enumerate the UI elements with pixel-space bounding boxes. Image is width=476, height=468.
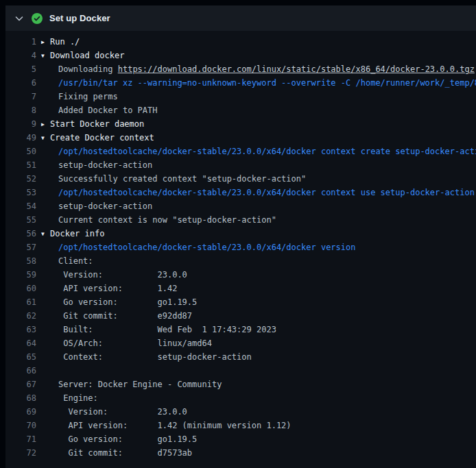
workflow-step-panel: Set up Docker 1 ▶Run ./ 4 ▼Download dock… bbox=[5, 5, 476, 468]
log-text: Added Docker to PATH bbox=[36, 103, 158, 117]
line-number[interactable]: 57 bbox=[5, 241, 36, 254]
log-line: 8 Added Docker to PATH bbox=[5, 103, 476, 117]
line-number[interactable]: 67 bbox=[5, 378, 36, 391]
log-group-header[interactable]: ▶Run ./ bbox=[36, 35, 80, 49]
log-group-header[interactable]: ▼Download docker bbox=[36, 49, 124, 62]
log-line: 69 Version: 23.0.0 bbox=[5, 405, 476, 419]
log-command-text: /opt/hostedtoolcache/docker-stable/23.0.… bbox=[36, 241, 355, 254]
chevron-down-icon[interactable] bbox=[12, 12, 26, 25]
log-text: Built: Wed Feb 1 17:43:29 2023 bbox=[36, 323, 276, 336]
log-line: 1 ▶Run ./ bbox=[5, 35, 476, 49]
log-text: Git commit: e92dd87 bbox=[36, 309, 192, 323]
log-text: Version: 23.0.0 bbox=[36, 405, 187, 419]
line-number[interactable]: 65 bbox=[5, 350, 36, 364]
log-line: 51 setup-docker-action bbox=[5, 158, 476, 172]
download-url-link[interactable]: https://download.docker.com/linux/static… bbox=[118, 64, 475, 74]
line-number[interactable]: 66 bbox=[5, 364, 36, 378]
line-number[interactable]: 7 bbox=[5, 90, 36, 103]
group-title: Download docker bbox=[50, 51, 124, 60]
line-number[interactable]: 6 bbox=[5, 76, 36, 90]
log-line: 61 Go version: go1.19.5 bbox=[5, 295, 476, 309]
line-number[interactable]: 61 bbox=[5, 295, 36, 309]
line-number[interactable]: 51 bbox=[5, 158, 36, 172]
chevron-right-icon: ▶ bbox=[41, 118, 50, 131]
line-number[interactable]: 9 bbox=[5, 117, 36, 131]
line-number[interactable]: 58 bbox=[5, 254, 36, 268]
line-number[interactable]: 63 bbox=[5, 323, 36, 336]
line-number[interactable]: 68 bbox=[5, 391, 36, 405]
log-line: 5 Downloading https://download.docker.co… bbox=[5, 62, 476, 76]
log-command-text: /usr/bin/tar xz --warning=no-unknown-key… bbox=[36, 76, 476, 90]
log-line: 59 Version: 23.0.0 bbox=[5, 268, 476, 282]
log-text: setup-docker-action bbox=[36, 199, 152, 213]
group-title: Run ./ bbox=[50, 37, 80, 47]
line-number[interactable]: 56 bbox=[5, 227, 36, 241]
chevron-right-icon: ▶ bbox=[41, 36, 50, 49]
log-text: OS/Arch: linux/amd64 bbox=[36, 336, 212, 350]
log-line: 66 bbox=[5, 364, 476, 378]
line-number[interactable]: 8 bbox=[5, 103, 36, 117]
log-group-header[interactable]: ▼Docker info bbox=[36, 227, 104, 241]
log-group-header[interactable]: ▼Create Docker context bbox=[36, 131, 154, 145]
log-text: Version: 23.0.0 bbox=[36, 268, 187, 282]
log-line: 67 Server: Docker Engine - Community bbox=[5, 378, 476, 391]
log-line: 71 Go version: go1.19.5 bbox=[5, 432, 476, 446]
chevron-down-icon: ▼ bbox=[41, 132, 50, 145]
log-text: Downloading https://download.docker.com/… bbox=[36, 62, 475, 76]
log-text: Successfully created context "setup-dock… bbox=[36, 172, 306, 186]
line-number[interactable]: 1 bbox=[5, 35, 36, 49]
log-output: 1 ▶Run ./ 4 ▼Download docker 5 Downloadi… bbox=[5, 31, 476, 468]
log-line: 7 Fixing perms bbox=[5, 90, 476, 103]
log-line: 53 /opt/hostedtoolcache/docker-stable/23… bbox=[5, 186, 476, 199]
line-number[interactable]: 52 bbox=[5, 172, 36, 186]
log-line: 64 OS/Arch: linux/amd64 bbox=[5, 336, 476, 350]
line-number[interactable]: 54 bbox=[5, 199, 36, 213]
line-number[interactable]: 60 bbox=[5, 282, 36, 295]
log-line: 56 ▼Docker info bbox=[5, 227, 476, 241]
line-number[interactable]: 4 bbox=[5, 49, 36, 62]
group-title: Docker info bbox=[50, 229, 104, 238]
line-number[interactable]: 55 bbox=[5, 213, 36, 227]
line-number[interactable]: 70 bbox=[5, 419, 36, 432]
line-number[interactable]: 49 bbox=[5, 131, 36, 145]
log-text: Server: Docker Engine - Community bbox=[36, 378, 222, 391]
log-line: 68 Engine: bbox=[5, 391, 476, 405]
log-text: Fixing perms bbox=[36, 90, 118, 103]
log-line: 72 Git commit: d7573ab bbox=[5, 446, 476, 460]
log-line: 60 API version: 1.42 bbox=[5, 282, 476, 295]
log-text: Engine: bbox=[36, 391, 98, 405]
line-number[interactable]: 53 bbox=[5, 186, 36, 199]
log-line: 70 API version: 1.42 (minimum version 1.… bbox=[5, 419, 476, 432]
log-line: 62 Git commit: e92dd87 bbox=[5, 309, 476, 323]
log-line: 52 Successfully created context "setup-d… bbox=[5, 172, 476, 186]
line-number[interactable]: 71 bbox=[5, 432, 36, 446]
log-line: 6 /usr/bin/tar xz --warning=no-unknown-k… bbox=[5, 76, 476, 90]
log-line: 50 /opt/hostedtoolcache/docker-stable/23… bbox=[5, 145, 476, 158]
line-number[interactable]: 69 bbox=[5, 405, 36, 419]
line-number[interactable]: 5 bbox=[5, 62, 36, 76]
line-number[interactable]: 50 bbox=[5, 145, 36, 158]
group-title: Create Docker context bbox=[50, 133, 154, 143]
log-command-text: /opt/hostedtoolcache/docker-stable/23.0.… bbox=[36, 145, 476, 158]
line-number[interactable]: 62 bbox=[5, 309, 36, 323]
log-text: API version: 1.42 bbox=[36, 282, 177, 295]
group-title: Start Docker daemon bbox=[50, 119, 144, 129]
log-line: 57 /opt/hostedtoolcache/docker-stable/23… bbox=[5, 241, 476, 254]
log-line: 4 ▼Download docker bbox=[5, 49, 476, 62]
log-text: Current context is now "setup-docker-act… bbox=[36, 213, 276, 227]
log-line: 9 ▶Start Docker daemon bbox=[5, 117, 476, 131]
log-text: API version: 1.42 (minimum version 1.12) bbox=[36, 419, 291, 432]
log-text: Go version: go1.19.5 bbox=[36, 432, 197, 446]
log-line: 58 Client: bbox=[5, 254, 476, 268]
log-text: setup-docker-action bbox=[36, 158, 152, 172]
line-number[interactable]: 59 bbox=[5, 268, 36, 282]
line-number[interactable]: 64 bbox=[5, 336, 36, 350]
chevron-down-icon: ▼ bbox=[41, 49, 50, 62]
log-group-header[interactable]: ▶Start Docker daemon bbox=[36, 117, 144, 131]
log-line: 65 Context: setup-docker-action bbox=[5, 350, 476, 364]
log-text: Git commit: d7573ab bbox=[36, 446, 192, 460]
line-number[interactable]: 72 bbox=[5, 446, 36, 460]
step-header[interactable]: Set up Docker bbox=[5, 5, 476, 31]
log-text bbox=[36, 364, 58, 378]
log-line: 49 ▼Create Docker context bbox=[5, 131, 476, 145]
